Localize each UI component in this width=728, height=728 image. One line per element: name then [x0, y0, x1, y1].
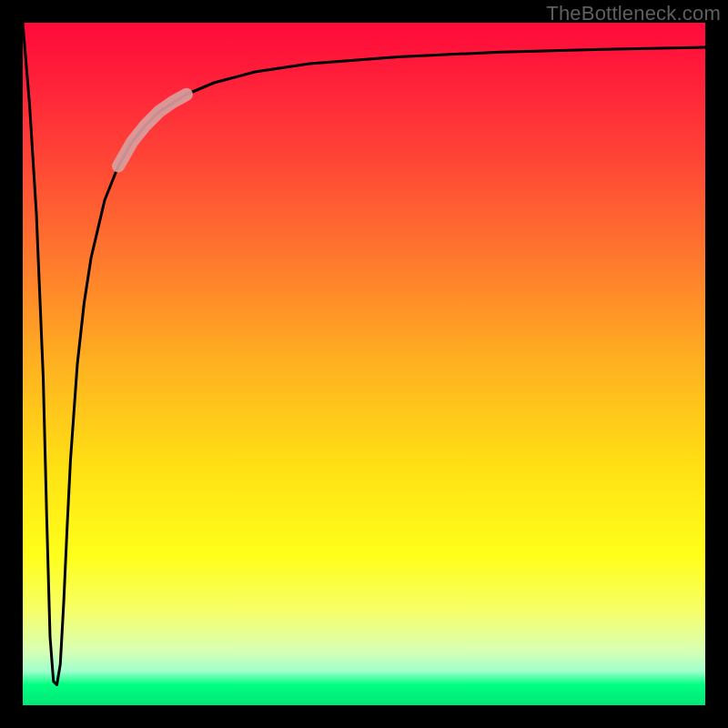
attribution-text: TheBottleneck.com	[546, 2, 721, 25]
chart-frame: TheBottleneck.com	[0, 0, 728, 728]
highlight-segment	[118, 95, 187, 167]
chart-plot-area	[23, 23, 705, 705]
main-curve	[23, 23, 705, 685]
chart-svg	[23, 23, 705, 705]
